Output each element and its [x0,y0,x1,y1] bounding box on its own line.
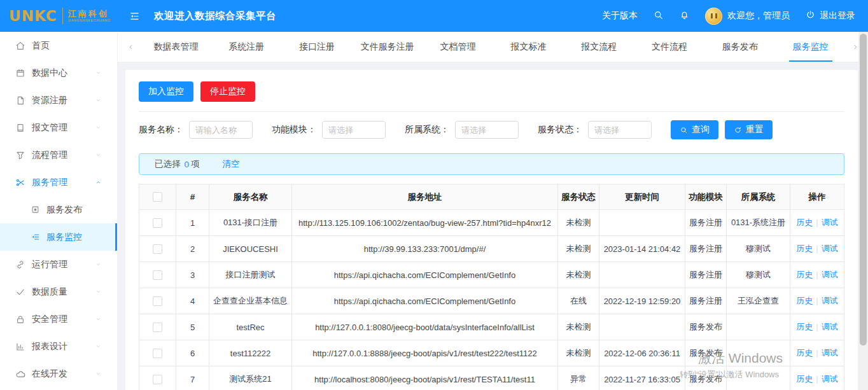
update-time-cell [599,210,685,236]
history-link[interactable]: 历史 [796,322,813,331]
tab-3[interactable]: 文件服务注册 [352,32,423,62]
add-monitor-button[interactable]: 加入监控 [139,81,193,102]
history-link[interactable]: 历史 [796,348,813,358]
logo-names: 江南科创 JIANGNANKECHUANG [68,10,111,22]
history-link[interactable]: 历史 [796,244,813,253]
refresh-icon [734,126,742,134]
menu-fold-icon [129,11,140,22]
filter-label-service-name: 服务名称： [139,124,183,136]
user-menu[interactable]: 欢迎您，管理员 [705,8,790,25]
sidebar-item-10[interactable]: 在线开发 [0,360,117,387]
scrollbar-thumb[interactable] [860,34,867,345]
service-name-input[interactable] [189,121,253,139]
tab-2[interactable]: 接口注册 [282,32,353,62]
row-checkbox[interactable] [153,270,162,280]
debug-link[interactable]: 调试 [822,374,838,384]
clear-selection-link[interactable]: 清空 [223,158,240,170]
debug-link[interactable]: 调试 [822,218,838,227]
tab-4[interactable]: 文档管理 [423,32,493,62]
system-cell [727,366,790,390]
sidebar-item-8[interactable]: 安全管理 [0,305,117,333]
sidebar-item-6[interactable]: 运行管理 [0,251,117,278]
sidebar-item-5[interactable]: 服务管理 [0,169,117,196]
tab-bar: 数据表管理系统注册接口注册文件服务注册文档管理报文标准报文流程文件流程服务发布服… [118,32,868,62]
content-area: 加入监控 停止监控 服务名称：功能模块：所属系统：服务状态：查询重置 已选择 0… [118,62,868,390]
sidebar-subitem-5-1[interactable]: 服务监控 [0,223,117,251]
search-button[interactable]: 查询 [671,120,718,139]
row-checkbox[interactable] [153,244,162,254]
function-module-input[interactable] [322,121,386,139]
reset-button[interactable]: 重置 [725,120,773,139]
tab-label: 服务监控 [789,32,832,62]
service-status-input[interactable] [588,121,652,139]
menu-fold-button[interactable] [129,11,140,22]
history-link[interactable]: 历史 [796,218,813,227]
vertical-scrollbar[interactable] [858,32,868,390]
sidebar-subitem-label: 服务监控 [46,232,108,243]
row-checkbox[interactable] [153,375,162,384]
column-header: 服务名称 [209,185,292,210]
debug-link[interactable]: 调试 [822,296,838,305]
sidebar-item-7[interactable]: 数据质量 [0,278,117,305]
sidebar-item-0[interactable]: 首页 [0,32,117,59]
row-checkbox[interactable] [153,323,162,332]
history-link[interactable]: 历史 [796,296,813,305]
sidebar-item-3[interactable]: 报文管理 [0,114,117,141]
about-version-link[interactable]: 关于版本 [602,10,638,22]
avatar[interactable] [705,8,722,25]
logo-divider [62,8,63,24]
filter-row: 服务名称：功能模块：所属系统：服务状态：查询重置 [139,120,844,139]
actions-cell: 历史|调试 [790,236,844,262]
action-separator: | [816,374,818,384]
sidebar-item-9[interactable]: 报表设计 [0,333,117,360]
history-link[interactable]: 历史 [796,270,813,279]
debug-link[interactable]: 调试 [822,270,838,279]
tab-label: 服务发布 [718,32,762,62]
stop-monitor-button[interactable]: 停止监控 [200,81,255,102]
logo-company-en: JIANGNANKECHUANG [68,18,111,22]
update-time-cell [599,262,685,288]
notification-bell-icon[interactable] [679,10,690,22]
filter-group-function-module: 功能模块： [272,121,386,139]
table-row: 3接口注册测试https://api.qichacha.com/ECICompl… [139,262,844,288]
selection-prefix: 已选择 [155,158,181,170]
owner-system-input[interactable] [455,121,519,139]
sidebar-item-label: 首页 [32,40,108,52]
tab-7[interactable]: 文件流程 [634,32,705,62]
debug-link[interactable]: 调试 [822,244,838,253]
chevron-down-icon [95,69,102,76]
module-cell: 服务注册 [685,288,727,314]
search-icon[interactable] [653,10,664,22]
logout-button[interactable]: 退出登录 [805,10,855,22]
system-cell: 王泓企查查 [727,288,790,314]
debug-link[interactable]: 调试 [822,348,838,358]
row-checkbox-cell [139,262,176,288]
sidebar-item-4[interactable]: 流程管理 [0,141,117,169]
service-name-cell: 接口注册测试 [209,262,292,288]
doc-icon [15,95,25,106]
tab-1[interactable]: 系统注册 [211,32,282,62]
actions-cell: 历史|调试 [790,210,844,236]
tab-5[interactable]: 报文标准 [493,32,564,62]
module-cell: 服务注册 [685,236,727,262]
row-checkbox[interactable] [153,349,162,358]
select-all-checkbox[interactable] [153,192,162,202]
debug-link[interactable]: 调试 [822,322,838,331]
chevron-down-icon [95,370,102,377]
row-checkbox[interactable] [153,296,162,306]
tab-0[interactable]: 数据表管理 [141,32,211,62]
logo[interactable]: UNKC 江南科创 JIANGNANKECHUANG [0,8,118,24]
tab-6[interactable]: 报文流程 [564,32,634,62]
sidebar-item-2[interactable]: 资源注册 [0,87,117,114]
search-icon [653,10,664,20]
row-checkbox[interactable] [153,218,162,228]
module-cell: 服务发布 [685,340,727,366]
history-link[interactable]: 历史 [796,374,813,384]
column-header: 服务状态 [558,185,599,210]
funnel-icon [15,150,25,160]
tab-8[interactable]: 服务发布 [704,32,775,62]
sidebar-item-1[interactable]: 数据中心 [0,59,117,87]
tab-9[interactable]: 服务监控 [775,32,846,62]
tab-scroll-left[interactable] [122,32,141,62]
sidebar-subitem-5-0[interactable]: 服务发布 [0,196,117,223]
